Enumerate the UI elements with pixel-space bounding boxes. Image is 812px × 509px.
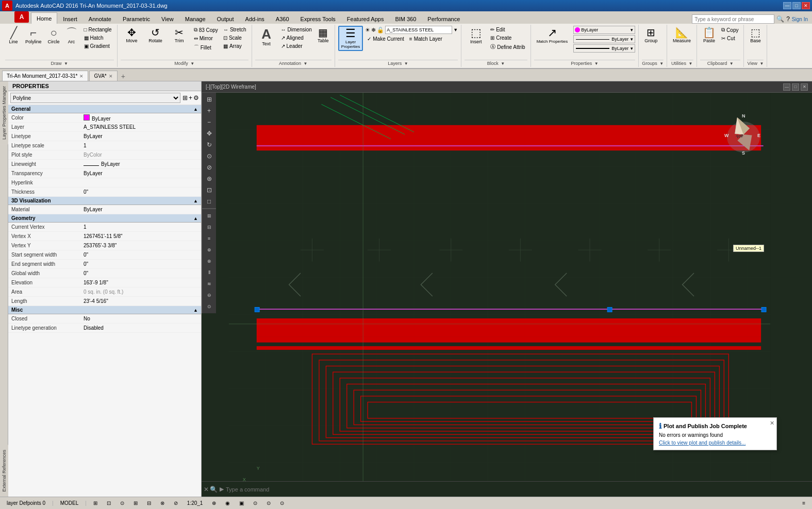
- viewport-minimize[interactable]: —: [783, 83, 790, 91]
- minimize-button[interactable]: —: [783, 2, 791, 9]
- status-icon6[interactable]: ⊙: [277, 500, 287, 506]
- ribbon-search-input[interactable]: [692, 14, 774, 24]
- table-button[interactable]: ▦ Table: [315, 26, 332, 45]
- paste-button[interactable]: 📋 Paste: [700, 26, 718, 45]
- file-tab-gva-close[interactable]: ✕: [109, 74, 113, 79]
- layer-freeze-icon[interactable]: ❄: [371, 27, 376, 33]
- tab-express[interactable]: Express Tools: [295, 13, 341, 24]
- layer-lock-icon[interactable]: 🔓: [377, 27, 384, 33]
- array-button[interactable]: ▦Array: [221, 42, 248, 50]
- object-type-dropdown[interactable]: Polyline: [10, 93, 180, 103]
- trim-button[interactable]: ✂ Trim: [168, 26, 191, 45]
- create-block-button[interactable]: ⊞Create: [488, 34, 527, 42]
- close-button[interactable]: ✕: [802, 2, 810, 9]
- tab-bim360[interactable]: BIM 360: [389, 13, 422, 24]
- cut-button[interactable]: ✂Cut: [719, 35, 740, 42]
- status-icon5[interactable]: ⊙: [264, 500, 273, 506]
- tab-output[interactable]: Output: [211, 13, 240, 24]
- match-layer-button[interactable]: ≡ Match Layer: [407, 35, 444, 43]
- status-grid-toggle[interactable]: ⊞: [91, 500, 100, 506]
- color-selector[interactable]: ByLayer ▼: [573, 26, 635, 34]
- insert-button[interactable]: ⬚ Insert: [465, 26, 487, 46]
- status-icon2[interactable]: ◉: [223, 500, 233, 506]
- file-tab-close[interactable]: ✕: [79, 74, 84, 79]
- lineweight-selector[interactable]: ByLayer ▼: [573, 44, 635, 53]
- polyline-button[interactable]: ⌐ Polyline: [23, 26, 44, 46]
- tab-manage[interactable]: Manage: [179, 13, 211, 24]
- cad-drawing[interactable]: X Y: [202, 93, 798, 481]
- define-attrib-button[interactable]: ⒶDefine Attrib: [488, 42, 527, 52]
- rotate-button[interactable]: ↺ Rotate: [144, 26, 167, 45]
- linetype-dropdown-icon[interactable]: ▼: [629, 37, 634, 42]
- tab-view[interactable]: View: [156, 13, 179, 24]
- arc-button[interactable]: ⌒ Arc: [63, 26, 80, 46]
- edit-block-button[interactable]: ✏Edit: [488, 26, 527, 33]
- copy-clipboard-button[interactable]: ⧉Copy: [719, 26, 740, 34]
- tab-home[interactable]: Home: [31, 12, 57, 24]
- leader-button[interactable]: ↗Leader: [279, 42, 314, 50]
- status-layer[interactable]: layer Defpoints 0: [4, 500, 48, 506]
- tab-addins[interactable]: Add-ins: [240, 13, 270, 24]
- 3dviz-section-header[interactable]: 3D Visualization ▲: [8, 197, 201, 205]
- cmd-icon-left[interactable]: ✕: [204, 486, 209, 493]
- file-tab-tri-an[interactable]: Tri-An Monument_2017-03-31* ✕: [2, 71, 88, 81]
- status-icon1[interactable]: ⊕: [209, 500, 219, 506]
- status-scale[interactable]: 1:20_1: [185, 500, 206, 506]
- hatch-button[interactable]: ▦Hatch: [82, 34, 114, 42]
- notification-link[interactable]: Click to view plot and publish details..…: [659, 440, 745, 446]
- file-tab-gva[interactable]: GVA* ✕: [89, 71, 117, 81]
- tab-performance[interactable]: Performance: [422, 13, 466, 24]
- app-menu-button[interactable]: A: [14, 11, 29, 23]
- scale-button[interactable]: ⊡Scale: [221, 34, 248, 42]
- layer-dropdown-icon[interactable]: ▼: [453, 27, 458, 32]
- status-icon3[interactable]: ▣: [237, 500, 246, 506]
- layer-name-input[interactable]: [385, 26, 452, 34]
- linetype-selector[interactable]: ByLayer ▼: [573, 35, 635, 43]
- status-customize[interactable]: ≡: [800, 500, 808, 506]
- status-dynmode-toggle[interactable]: ⊘: [171, 500, 180, 506]
- help-icon[interactable]: ?: [786, 15, 790, 23]
- fillet-button[interactable]: ⌒Fillet: [192, 43, 220, 52]
- status-snap-toggle[interactable]: ⊡: [104, 500, 113, 506]
- command-input[interactable]: [226, 486, 810, 493]
- dimension-button[interactable]: ↔Dimension: [279, 26, 314, 33]
- make-current-button[interactable]: ✓ Make Current: [365, 35, 406, 43]
- viewport-close[interactable]: ✕: [801, 83, 808, 91]
- new-tab-button[interactable]: +: [119, 72, 128, 81]
- base-button[interactable]: ⬚ Base: [747, 26, 764, 45]
- cmd-icon-right[interactable]: 🔍: [210, 486, 218, 493]
- status-model-space[interactable]: MODEL: [58, 500, 81, 506]
- status-polar-toggle[interactable]: ⊞: [131, 500, 140, 506]
- aligned-button[interactable]: ↗Aligned: [279, 34, 314, 42]
- measure-button[interactable]: 📐 Measure: [670, 26, 693, 45]
- circle-button[interactable]: ○ Circle: [45, 26, 62, 46]
- group-button[interactable]: ⊞ Group: [642, 26, 660, 45]
- prop-add-icon[interactable]: +: [189, 94, 192, 101]
- color-dropdown-icon[interactable]: ▼: [629, 28, 634, 32]
- status-ortho-toggle[interactable]: ⊙: [118, 500, 127, 506]
- copy-button[interactable]: ⧉83 Copy: [192, 26, 220, 34]
- status-osnap-toggle[interactable]: ⊟: [144, 500, 154, 506]
- match-properties-button[interactable]: ↗ Match Properties: [534, 26, 570, 45]
- status-otrack-toggle[interactable]: ⊗: [158, 500, 167, 506]
- layer-properties-manager-tab[interactable]: Layer Properties Manager: [0, 81, 8, 144]
- lineweight-dropdown-icon[interactable]: ▼: [629, 46, 634, 51]
- viewport-maximize[interactable]: □: [792, 83, 799, 91]
- prop-settings-icon[interactable]: ⚙: [193, 94, 199, 101]
- stretch-button[interactable]: ↔Stretch: [221, 26, 248, 33]
- notification-close-button[interactable]: ✕: [770, 420, 774, 427]
- layer-visible-icon[interactable]: ☀: [365, 27, 370, 33]
- move-button[interactable]: ✥ Move: [121, 26, 143, 45]
- tab-parametric[interactable]: Parametric: [117, 13, 156, 24]
- tab-annotate[interactable]: Annotate: [83, 13, 117, 24]
- layer-properties-button[interactable]: ☰ LayerProperties: [338, 26, 363, 51]
- status-icon4[interactable]: ⊙: [251, 500, 260, 506]
- mirror-button[interactable]: ⇔Mirror: [192, 35, 220, 42]
- prop-quick-select-icon[interactable]: ⊞: [183, 94, 188, 101]
- external-references-tab[interactable]: External References: [0, 445, 8, 497]
- text-button[interactable]: A Text: [255, 26, 278, 48]
- gradient-button[interactable]: ▣Gradient: [82, 42, 114, 50]
- sign-in-button[interactable]: Sign In: [792, 16, 808, 22]
- geometry-section-header[interactable]: Geometry ▲: [8, 214, 201, 223]
- tab-insert[interactable]: Insert: [57, 13, 83, 24]
